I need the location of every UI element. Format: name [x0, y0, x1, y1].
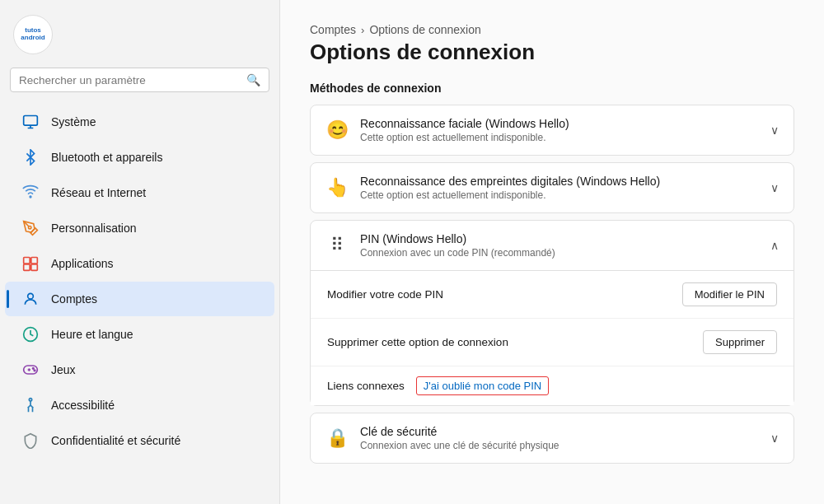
svg-point-14: [29, 399, 31, 401]
accessibilite-icon: [21, 396, 40, 414]
method-card-empreintes: 👆 Reconnaissance des empreintes digitale…: [310, 162, 794, 213]
sidebar-item-label-systeme: Système: [51, 115, 96, 128]
method-chevron-empreintes: ∨: [770, 181, 779, 194]
method-card-security_key: 🔒 Clé de sécurité Connexion avec une clé…: [310, 413, 794, 464]
sidebar-item-label-reseau: Réseau et Internet: [51, 186, 146, 199]
svg-point-7: [28, 293, 34, 299]
method-card-pin: ⠿ PIN (Windows Hello) Connexion avec un …: [310, 220, 794, 406]
svg-rect-0: [24, 116, 38, 126]
sidebar-item-confidentialite[interactable]: Confidentialité et sécurité: [5, 423, 274, 458]
links-label: Liens connexes: [327, 380, 405, 392]
pin-chevron-up: ∧: [770, 239, 779, 252]
security_key-icon: 🔒: [325, 427, 349, 449]
breadcrumb-parent: Comptes: [310, 23, 356, 36]
comptes-icon: [21, 290, 40, 308]
svg-point-1: [30, 196, 31, 198]
heure-icon: [21, 325, 40, 343]
svg-point-12: [33, 368, 35, 370]
pin-row-1: Supprimer cette option de connexion Supp…: [311, 319, 794, 366]
method-chevron-security_key: ∨: [770, 432, 779, 445]
svg-point-2: [29, 226, 31, 229]
svg-rect-6: [31, 264, 38, 271]
sidebar-item-systeme[interactable]: Système: [5, 105, 274, 139]
method-subtitle-empreintes: Cette option est actuellement indisponib…: [360, 189, 660, 201]
sidebar-item-label-personnalisation: Personnalisation: [51, 222, 137, 235]
main-content: Comptes › Options de connexion Options d…: [280, 0, 824, 504]
svg-rect-3: [24, 258, 30, 264]
sidebar-item-accessibilite[interactable]: Accessibilité: [5, 388, 274, 422]
pin-body: Modifier votre code PIN Modifier le PIN …: [311, 271, 794, 405]
confidentialite-icon: [21, 432, 40, 450]
empreintes-icon: 👆: [325, 177, 349, 198]
method-info-facial: Reconnaissance faciale (Windows Hello) C…: [360, 117, 569, 143]
pin-row-0: Modifier votre code PIN Modifier le PIN: [311, 271, 794, 319]
method-header-left-facial: 😊 Reconnaissance faciale (Windows Hello)…: [325, 117, 569, 143]
search-input[interactable]: [19, 74, 240, 86]
jeux-icon: [21, 361, 40, 379]
logo: tutosandroid: [13, 15, 53, 54]
sidebar-item-label-accessibilite: Accessibilité: [51, 399, 115, 412]
pin-row-btn-0[interactable]: Modifier le PIN: [682, 282, 777, 306]
method-title-empreintes: Reconnaissance des empreintes digitales …: [360, 175, 660, 188]
svg-rect-4: [31, 258, 38, 264]
method-subtitle-facial: Cette option est actuellement indisponib…: [360, 132, 569, 143]
method-header-security_key[interactable]: 🔒 Clé de sécurité Connexion avec une clé…: [311, 413, 794, 463]
sidebar-item-jeux[interactable]: Jeux: [5, 352, 274, 387]
nav-items: Système Bluetooth et appareils Réseau et…: [0, 104, 279, 504]
svg-rect-5: [24, 264, 30, 271]
section-title: Méthodes de connexion: [310, 82, 794, 95]
method-subtitle-security_key: Connexion avec une clé de sécurité physi…: [360, 440, 559, 451]
method-info-security_key: Clé de sécurité Connexion avec une clé d…: [360, 425, 559, 451]
search-box[interactable]: 🔍: [10, 68, 269, 92]
sidebar-item-label-applications: Applications: [51, 257, 114, 270]
method-title-facial: Reconnaissance faciale (Windows Hello): [360, 117, 569, 130]
reseau-icon: [21, 184, 40, 202]
svg-point-13: [34, 370, 35, 371]
page-title: Options de connexion: [310, 40, 794, 65]
sidebar-item-label-comptes: Comptes: [51, 292, 97, 306]
method-card-facial: 😊 Reconnaissance faciale (Windows Hello)…: [310, 105, 794, 156]
pin-row-label-0: Modifier votre code PIN: [327, 288, 443, 301]
sidebar-item-bluetooth[interactable]: Bluetooth et appareils: [5, 140, 274, 175]
pin-subtitle: Connexion avec un code PIN (recommandé): [360, 247, 555, 259]
sidebar-item-label-bluetooth: Bluetooth et appareils: [51, 151, 162, 164]
logo-text: tutosandroid: [21, 27, 44, 42]
method-header-left: ⠿ PIN (Windows Hello) Connexion avec un …: [325, 232, 555, 259]
pin-title: PIN (Windows Hello): [360, 232, 555, 245]
sidebar-header: tutosandroid: [0, 0, 279, 63]
pin-row-btn-1[interactable]: Supprimer: [703, 330, 777, 354]
personnalisation-icon: [21, 219, 40, 237]
method-title-security_key: Clé de sécurité: [360, 425, 559, 438]
method-header-facial[interactable]: 😊 Reconnaissance faciale (Windows Hello)…: [311, 105, 794, 155]
forgot-pin-link[interactable]: J'ai oublié mon code PIN: [416, 376, 549, 395]
sidebar-item-personnalisation[interactable]: Personnalisation: [5, 211, 274, 245]
method-chevron-facial: ∨: [770, 124, 779, 137]
systeme-icon: [21, 113, 40, 131]
sidebar: tutosandroid 🔍 Système Bluetooth et appa…: [0, 0, 280, 504]
method-header-left-empreintes: 👆 Reconnaissance des empreintes digitale…: [325, 175, 660, 201]
pin-header[interactable]: ⠿ PIN (Windows Hello) Connexion avec un …: [311, 221, 794, 271]
breadcrumb-current: Options de connexion: [369, 23, 480, 36]
sidebar-item-heure[interactable]: Heure et langue: [5, 317, 274, 352]
links-row: Liens connexes J'ai oublié mon code PIN: [311, 366, 794, 405]
sidebar-item-label-jeux: Jeux: [51, 363, 76, 376]
applications-icon: [21, 254, 40, 273]
sidebar-item-reseau[interactable]: Réseau et Internet: [5, 175, 274, 210]
pin-icon: ⠿: [325, 235, 349, 256]
method-header-left-security_key: 🔒 Clé de sécurité Connexion avec une clé…: [325, 425, 559, 451]
sidebar-item-label-confidentialite: Confidentialité et sécurité: [51, 434, 180, 447]
methods-list: 😊 Reconnaissance faciale (Windows Hello)…: [310, 105, 794, 464]
method-header-empreintes[interactable]: 👆 Reconnaissance des empreintes digitale…: [311, 163, 794, 212]
bluetooth-icon: [21, 148, 40, 166]
sidebar-item-applications[interactable]: Applications: [5, 246, 274, 281]
search-icon: 🔍: [246, 73, 260, 86]
pin-info: PIN (Windows Hello) Connexion avec un co…: [360, 232, 555, 259]
sidebar-item-label-heure: Heure et langue: [51, 328, 133, 341]
method-info-empreintes: Reconnaissance des empreintes digitales …: [360, 175, 660, 201]
facial-icon: 😊: [325, 119, 349, 141]
pin-row-label-1: Supprimer cette option de connexion: [327, 336, 508, 348]
breadcrumb: Comptes › Options de connexion: [310, 23, 794, 36]
sidebar-item-comptes[interactable]: Comptes: [5, 282, 274, 316]
breadcrumb-arrow: ›: [361, 24, 364, 36]
